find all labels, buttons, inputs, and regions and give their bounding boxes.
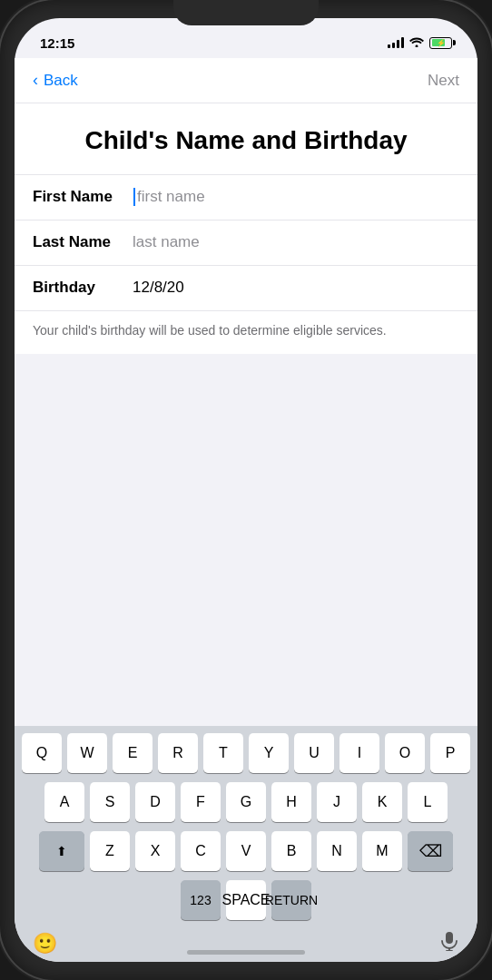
key-r[interactable]: R [158,733,198,773]
first-name-input[interactable]: first name [133,188,459,207]
birthday-label: Birthday [33,279,133,297]
phone-screen: 12:15 ⚡ [15,18,477,962]
key-q[interactable]: Q [22,733,62,773]
key-v[interactable]: V [226,831,266,871]
svg-rect-0 [446,932,453,944]
key-t[interactable]: T [203,733,243,773]
key-l[interactable]: L [408,782,448,822]
status-icons: ⚡ [388,36,452,50]
keyboard-bottom-row: 123 space return [18,880,474,920]
back-button[interactable]: ‹ Back [33,71,78,90]
nav-bar: ‹ Back Next [15,58,477,103]
first-name-label: First Name [33,188,133,206]
key-c[interactable]: C [181,831,221,871]
signal-icon [388,37,404,48]
next-button[interactable]: Next [428,72,459,90]
home-indicator [187,950,305,955]
last-name-field[interactable]: Last Name last name [15,220,477,266]
birthday-field[interactable]: Birthday 12/8/20 [15,266,477,311]
delete-key[interactable]: ⌫ [408,831,453,871]
notch [173,0,319,25]
key-y[interactable]: Y [249,733,289,773]
shift-key[interactable]: ⬆ [39,831,84,871]
page-title: Child's Name and Birthday [51,125,441,156]
keyboard-row-2: A S D F G H J K L [18,782,474,822]
chevron-left-icon: ‹ [33,71,38,90]
keyboard-row-1: Q W E R T Y U I O P [18,733,474,773]
key-s[interactable]: S [90,782,130,822]
key-b[interactable]: B [271,831,311,871]
keyboard: Q W E R T Y U I O P A S D F G H J K [15,726,477,927]
space-key[interactable]: space [226,880,266,920]
key-w[interactable]: W [67,733,107,773]
phone-frame: 12:15 ⚡ [0,0,492,980]
form-fields: First Name first name Last Name last nam… [15,175,477,311]
emoji-mic-bar: 🙂 [15,927,477,962]
key-z[interactable]: Z [90,831,130,871]
status-time: 12:15 [40,35,74,51]
key-o[interactable]: O [385,733,425,773]
page-title-section: Child's Name and Birthday [15,103,477,175]
key-i[interactable]: I [339,733,379,773]
key-m[interactable]: M [362,831,402,871]
return-key[interactable]: return [271,880,311,920]
battery-icon: ⚡ [429,37,452,49]
key-a[interactable]: A [44,782,84,822]
hint-text: Your child's birthday will be used to de… [15,311,477,355]
key-f[interactable]: F [181,782,221,822]
key-n[interactable]: N [317,831,357,871]
key-e[interactable]: E [113,733,153,773]
microphone-icon[interactable] [439,931,459,956]
last-name-label: Last Name [33,233,133,251]
first-name-field[interactable]: First Name first name [15,175,477,220]
key-k[interactable]: K [362,782,402,822]
key-p[interactable]: P [430,733,470,773]
last-name-input[interactable]: last name [133,233,459,251]
key-d[interactable]: D [135,782,175,822]
key-h[interactable]: H [271,782,311,822]
key-g[interactable]: G [226,782,266,822]
key-j[interactable]: J [317,782,357,822]
text-cursor [133,188,135,206]
birthday-input[interactable]: 12/8/20 [133,279,459,297]
spacer [15,354,477,726]
key-x[interactable]: X [135,831,175,871]
emoji-icon[interactable]: 🙂 [33,932,57,956]
wifi-icon [409,36,424,50]
back-label: Back [44,72,78,90]
key-u[interactable]: U [294,733,334,773]
keyboard-row-3: ⬆ Z X C V B N M ⌫ [18,831,474,871]
numbers-key[interactable]: 123 [181,880,221,920]
content-area: ‹ Back Next Child's Name and Birthday Fi… [15,58,477,726]
